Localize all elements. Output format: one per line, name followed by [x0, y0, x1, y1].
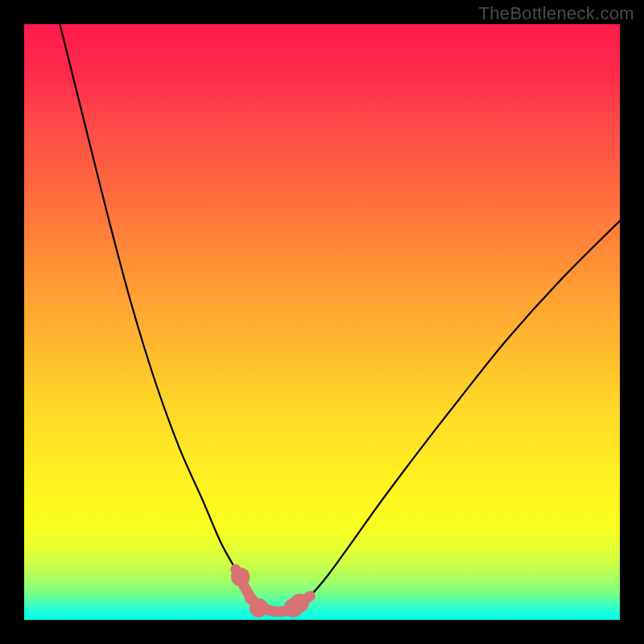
curve-right-path — [298, 221, 620, 605]
curve-left-path — [60, 24, 256, 605]
chart-plot-area — [24, 24, 620, 620]
marker-cap-right-top — [290, 593, 309, 613]
watermark-label: TheBottleneck.com — [479, 3, 634, 24]
marker-cap-left-bot — [250, 598, 269, 617]
chart-svg — [24, 24, 620, 620]
marker-cap-left-top — [231, 568, 250, 587]
